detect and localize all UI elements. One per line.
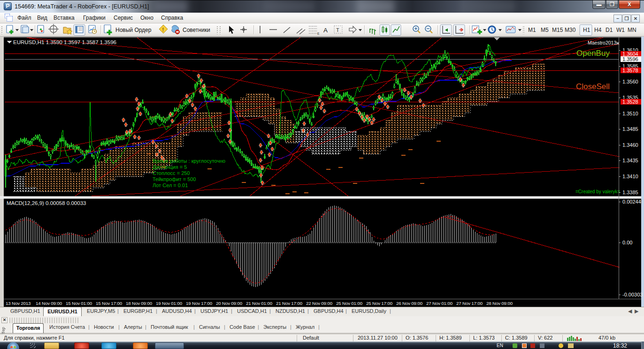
svg-text:1.3435: 1.3435 <box>622 158 638 163</box>
svg-text:-0.00303: -0.00303 <box>622 292 643 297</box>
svg-text:1.3578: 1.3578 <box>622 68 638 73</box>
svg-text:19 Nov 17:00: 19 Nov 17:00 <box>186 301 213 306</box>
svg-text:MN: MN <box>628 27 636 33</box>
svg-text:19 Nov 01:00: 19 Nov 01:00 <box>156 301 183 306</box>
svg-text:13 Nov 2013: 13 Nov 2013 <box>6 301 31 306</box>
svg-text:!: ! <box>162 27 164 32</box>
svg-text:Новый Ордер: Новый Ордер <box>115 27 152 33</box>
svg-text:EURUSD,H1 1.3590 1.3597 1.358: EURUSD,H1 1.3590 1.3597 1.3587 1.3596 <box>13 39 116 45</box>
svg-text:27 Nov 01:00: 27 Nov 01:00 <box>426 301 453 306</box>
svg-text:✕: ✕ <box>616 41 620 46</box>
svg-text:1.3596: 1.3596 <box>622 56 638 62</box>
svg-text:26 Nov 09:00: 26 Nov 09:00 <box>396 301 423 306</box>
svg-text:M5: M5 <box>541 27 549 33</box>
svg-text:Лот Сел = 0.01: Лот Сел = 0.01 <box>153 182 188 188</box>
svg-text:M15: M15 <box>552 27 563 33</box>
svg-text:E: E <box>317 32 320 35</box>
svg-text:1.3410: 1.3410 <box>622 174 638 179</box>
svg-text:OpenBuy: OpenBuy <box>576 49 610 58</box>
svg-text:22 Nov 09:00: 22 Nov 09:00 <box>306 301 333 306</box>
svg-text:M1: M1 <box>528 27 536 33</box>
svg-text:20 Nov 09:00: 20 Nov 09:00 <box>216 301 243 306</box>
svg-text:W1: W1 <box>616 27 625 33</box>
svg-text:15 Nov 01:00: 15 Nov 01:00 <box>66 301 92 306</box>
svg-text:27 Nov 17:00: 27 Nov 17:00 <box>456 301 483 306</box>
svg-text:1.3560: 1.3560 <box>622 79 638 84</box>
svg-text:1.3385: 1.3385 <box>622 190 638 195</box>
svg-text:Стоплосс = 250: Стоплосс = 250 <box>153 170 190 176</box>
svg-text:1.3510: 1.3510 <box>622 111 638 116</box>
svg-text:Maestro2013: Maestro2013 <box>588 40 616 46</box>
svg-text:T: T <box>336 27 339 33</box>
svg-text:Тейкпрофит = 500: Тейкпрофит = 500 <box>153 176 196 182</box>
svg-text:25 Nov 01:00: 25 Nov 01:00 <box>336 301 363 306</box>
svg-text:1.3485: 1.3485 <box>622 126 638 132</box>
svg-text:M30: M30 <box>565 27 576 33</box>
svg-text:15 Nov 17:00: 15 Nov 17:00 <box>96 301 123 306</box>
svg-text:Время работы : круглосуточно: Время работы : круглосуточно <box>153 158 225 164</box>
svg-text:14 Nov 09:00: 14 Nov 09:00 <box>36 301 62 306</box>
svg-text:MACD(12,26,9) 0.00058 0.00033: MACD(12,26,9) 0.00058 0.00033 <box>7 200 86 206</box>
svg-text:1.3460: 1.3460 <box>622 142 638 148</box>
svg-text:21 Nov 01:00: 21 Nov 01:00 <box>246 301 273 306</box>
svg-text:CloseSell: CloseSell <box>576 82 610 91</box>
svg-text:H1: H1 <box>583 27 590 33</box>
svg-text:21 Nov 17:00: 21 Nov 17:00 <box>276 301 303 306</box>
svg-text:H4: H4 <box>594 27 602 33</box>
svg-text:1.3528: 1.3528 <box>622 99 638 105</box>
svg-text:=Created by valeryk=: =Created by valeryk= <box>575 189 620 194</box>
svg-text:0.00244: 0.00244 <box>622 199 641 205</box>
svg-text:0.00: 0.00 <box>622 240 632 245</box>
svg-text:25 Nov 17:00: 25 Nov 17:00 <box>366 301 393 306</box>
svg-text:A: A <box>323 27 328 34</box>
svg-text:Советники: Советники <box>183 27 210 33</box>
svg-text:Дистанция = 5: Дистанция = 5 <box>153 164 187 170</box>
svg-text:D1: D1 <box>606 27 613 33</box>
svg-text:28 Nov 09:00: 28 Nov 09:00 <box>486 301 513 306</box>
svg-text:18 Nov 09:00: 18 Nov 09:00 <box>126 301 153 306</box>
